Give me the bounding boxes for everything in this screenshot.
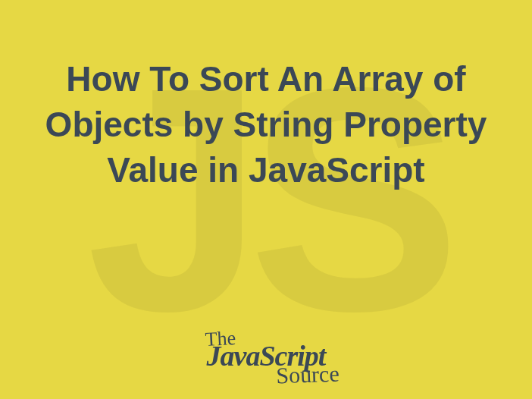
- article-title: How To Sort An Array of Objects by Strin…: [27, 57, 505, 193]
- logo-source: Source: [276, 365, 340, 385]
- site-logo: The JavaScript Source: [192, 331, 339, 384]
